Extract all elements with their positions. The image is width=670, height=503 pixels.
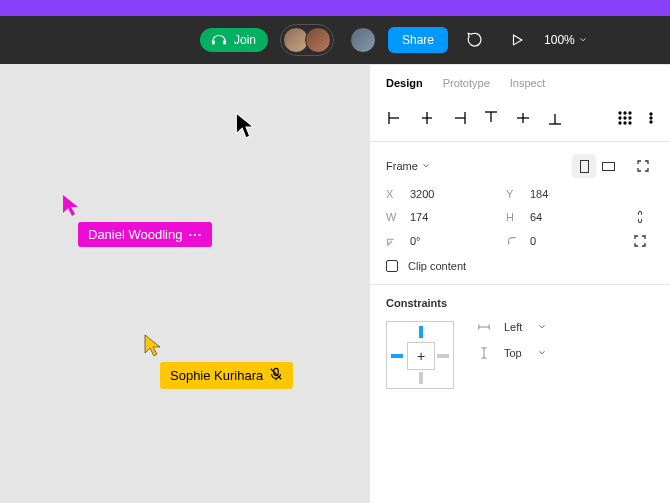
chevron-down-icon [538, 323, 546, 331]
constraint-vertical-dropdown[interactable]: Top [478, 347, 546, 359]
svg-point-23 [619, 122, 621, 124]
svg-point-19 [629, 112, 631, 114]
constraint-right-indicator[interactable] [437, 354, 449, 358]
collaborator-cursor-daniel [62, 194, 82, 218]
constraint-horizontal-value: Left [504, 321, 522, 333]
svg-point-28 [650, 121, 652, 123]
svg-rect-0 [212, 40, 215, 45]
constraint-left-indicator[interactable] [391, 354, 403, 358]
collaborator-label-sophie[interactable]: Sophie Kurihara [160, 362, 293, 389]
align-h-center-icon[interactable] [414, 105, 440, 131]
horizontal-icon [478, 321, 492, 333]
constraint-top-indicator[interactable] [419, 326, 423, 338]
constraints-widget[interactable]: + [386, 321, 454, 389]
tab-inspect[interactable]: Inspect [510, 77, 545, 89]
user-cursor [235, 112, 257, 140]
constraint-horizontal-dropdown[interactable]: Left [478, 321, 546, 333]
clip-content-label: Clip content [408, 260, 466, 272]
tab-design[interactable]: Design [386, 77, 423, 89]
app-window: Join Share 100% Daniel Woodling ··· [0, 16, 670, 503]
share-label: Share [402, 33, 434, 47]
more-align-icon[interactable] [644, 105, 658, 131]
svg-rect-1 [223, 40, 226, 45]
x-value: 3200 [410, 188, 434, 200]
svg-point-22 [629, 117, 631, 119]
panel-tabs: Design Prototype Inspect [370, 65, 670, 99]
y-value: 184 [530, 188, 548, 200]
mic-muted-icon[interactable] [269, 367, 283, 384]
align-bottom-icon[interactable] [542, 105, 568, 131]
frame-title: Frame [386, 160, 418, 172]
rotation-field[interactable]: 0° [386, 235, 506, 247]
constraints-section: Constraints + Left [370, 285, 670, 401]
rotation-icon [386, 235, 400, 247]
independent-corners-icon[interactable] [626, 234, 654, 248]
present-icon[interactable] [502, 25, 532, 55]
top-toolbar: Join Share 100% [0, 16, 670, 64]
plus-icon: + [417, 348, 425, 364]
collaborator-label-daniel[interactable]: Daniel Woodling ··· [78, 222, 212, 247]
frame-section: Frame X3200 Y184 W174 [370, 142, 670, 285]
width-field[interactable]: W174 [386, 211, 506, 223]
constraint-center[interactable]: + [407, 342, 435, 370]
headset-icon [210, 33, 228, 47]
orientation-portrait-icon[interactable] [572, 154, 596, 178]
current-user-avatar[interactable] [350, 27, 376, 53]
align-right-icon[interactable] [446, 105, 472, 131]
zoom-value: 100% [544, 33, 575, 47]
avatar[interactable] [305, 27, 331, 53]
chevron-down-icon [579, 36, 587, 44]
w-value: 174 [410, 211, 428, 223]
svg-line-4 [271, 369, 282, 380]
canvas[interactable]: Daniel Woodling ··· Sophie Kurihara [0, 64, 370, 503]
zoom-dropdown[interactable]: 100% [544, 33, 587, 47]
collaborator-cursor-sophie [144, 334, 164, 358]
chevron-down-icon [538, 349, 546, 357]
constraint-bottom-indicator[interactable] [419, 372, 423, 384]
clip-content-checkbox[interactable] [386, 260, 398, 272]
svg-point-17 [619, 112, 621, 114]
w-label: W [386, 211, 400, 223]
corner-radius-icon [506, 235, 520, 247]
x-label: X [386, 188, 400, 200]
frame-dropdown[interactable]: Frame [386, 160, 430, 172]
y-label: Y [506, 188, 520, 200]
svg-point-27 [650, 117, 652, 119]
collaborator-name: Daniel Woodling [88, 227, 182, 242]
svg-point-26 [650, 113, 652, 115]
share-button[interactable]: Share [388, 27, 448, 53]
h-value: 64 [530, 211, 542, 223]
h-label: H [506, 211, 520, 223]
vertical-icon [478, 347, 492, 359]
svg-point-21 [624, 117, 626, 119]
svg-point-24 [624, 122, 626, 124]
align-top-icon[interactable] [478, 105, 504, 131]
tab-prototype[interactable]: Prototype [443, 77, 490, 89]
y-field[interactable]: Y184 [506, 188, 626, 200]
properties-panel: Design Prototype Inspect Frame [370, 64, 670, 503]
collaborator-name: Sophie Kurihara [170, 368, 263, 383]
corner-radius-field[interactable]: 0 [506, 235, 626, 247]
height-field[interactable]: H64 [506, 211, 626, 223]
constraint-vertical-value: Top [504, 347, 522, 359]
svg-point-20 [619, 117, 621, 119]
constrain-proportions-icon[interactable] [626, 210, 654, 224]
radius-value: 0 [530, 235, 536, 247]
align-v-center-icon[interactable] [510, 105, 536, 131]
svg-point-25 [629, 122, 631, 124]
x-field[interactable]: X3200 [386, 188, 506, 200]
tidy-up-icon[interactable] [612, 105, 638, 131]
join-call-button[interactable]: Join [200, 28, 268, 52]
align-left-icon[interactable] [382, 105, 408, 131]
svg-point-18 [624, 112, 626, 114]
rotation-value: 0° [410, 235, 421, 247]
resize-to-fit-icon[interactable] [632, 155, 654, 177]
collaborator-avatar-group[interactable] [280, 24, 334, 56]
orientation-landscape-icon[interactable] [596, 154, 620, 178]
constraints-title: Constraints [386, 297, 654, 309]
orientation-toggle[interactable] [572, 154, 620, 178]
more-icon[interactable]: ··· [188, 227, 202, 242]
comments-icon[interactable] [460, 25, 490, 55]
chevron-down-icon [422, 162, 430, 170]
align-toolbar [370, 99, 670, 142]
